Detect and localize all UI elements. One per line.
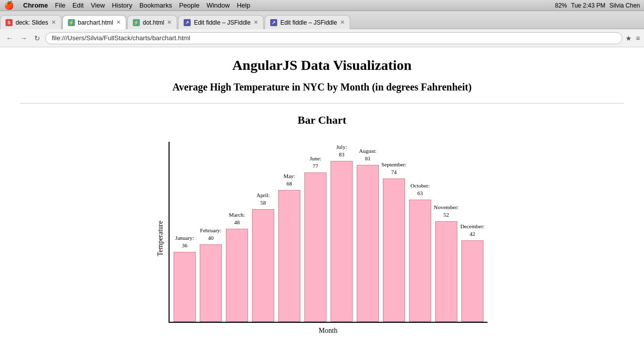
bar-label-august: August:81 [359,147,377,162]
divider [20,103,624,104]
bar-label-february: February:40 [200,227,222,241]
url-input[interactable]: file:///Users/Silvia/FullStack/charts/ba… [45,32,622,44]
tab-label-slides: deck: Slides [16,19,48,26]
bar-label-november: November:52 [434,204,458,218]
battery-indicator: 82% [555,2,567,9]
tab-close-slides[interactable]: ✕ [51,19,56,26]
tab-dot[interactable]: ⚡ dot.html ✕ [127,15,178,29]
page-title: AngularJS Data Visualization [20,57,624,73]
bar-group-may: May:68 [276,161,302,322]
bar-label-june: June:77 [309,155,321,169]
bar-label-march: March:48 [229,211,245,226]
bar-november [435,221,457,322]
tab-label-dot: dot.html [143,19,165,26]
bar-group-june: June:77 [302,161,329,322]
x-axis-label: Month [318,327,337,335]
bar-group-january: January:36 [172,161,198,322]
menubar-right: 82% Tue 2:43 PM Silvia Chen [555,2,640,9]
tab-favicon-slides: S [6,19,13,26]
y-axis-label: Temperature [156,221,165,256]
mac-menubar: 🍎 Chrome File Edit View History Bookmark… [0,0,644,11]
tab-favicon-jsfiddle1: ↗ [184,19,191,26]
apple-menu[interactable]: 🍎 [4,1,14,10]
view-menu[interactable]: View [91,2,105,9]
menu-icon[interactable]: ≡ [636,34,640,42]
bar-group-february: February:40 [198,161,224,322]
history-menu[interactable]: History [112,2,132,9]
bar-june [304,172,327,322]
bar-group-december: December:42 [459,161,486,322]
forward-button[interactable]: → [18,33,29,43]
tab-favicon-dot: ⚡ [133,19,140,26]
tab-label-jsfiddle1: Edit fiddle – JSFiddle [194,19,251,26]
bar-group-october: October:63 [407,161,433,322]
tab-jsfiddle2[interactable]: ↗ Edit fiddle – JSFiddle ✕ [265,15,350,29]
bar-group-july: July:83 [329,161,355,322]
bar-label-september: September:74 [381,161,407,175]
page-subtitle: Average High Temperature in NYC by Month… [20,81,624,93]
bar-label-april: April:58 [257,192,270,206]
address-bar: ← → ↻ file:///Users/Silvia/FullStack/cha… [0,29,644,47]
bookmark-icon[interactable]: ★ [625,34,632,42]
bar-september [383,178,405,322]
bar-august [357,165,379,322]
bookmarks-menu[interactable]: Bookmarks [139,2,172,9]
tab-slides[interactable]: S deck: Slides ✕ [0,15,61,29]
bar-label-october: October:63 [411,182,430,197]
bar-december [461,240,484,322]
edit-menu[interactable]: Edit [72,2,84,9]
bar-july [331,161,353,322]
bar-group-august: August:81 [355,161,381,322]
chart-area: Temperature January:36February:40March:4… [20,142,624,335]
bar-label-may: May:68 [283,172,295,187]
tab-jsfiddle1[interactable]: ↗ Edit fiddle – JSFiddle ✕ [178,15,264,29]
page-content: AngularJS Data Visualization Average Hig… [0,47,644,355]
chrome-menu[interactable]: Chrome [23,2,48,9]
bar-label-january: January:36 [175,234,194,249]
user-name: Silvia Chen [609,2,640,9]
chart-title: Bar Chart [20,114,624,127]
bar-october [409,200,431,322]
reload-button[interactable]: ↻ [32,33,42,43]
bar-april [252,209,274,322]
help-menu[interactable]: Help [237,2,251,9]
tab-label-jsfiddle2: Edit fiddle – JSFiddle [280,19,337,26]
bar-may [278,190,300,322]
file-menu[interactable]: File [55,2,65,9]
tab-favicon-barchart: ⚡ [68,19,75,26]
tab-barchart[interactable]: ⚡ barchart.html ✕ [62,15,126,29]
tab-close-dot[interactable]: ✕ [167,19,172,26]
tab-close-jsfiddle1[interactable]: ✕ [254,19,258,26]
address-bar-actions: ★ ≡ [625,34,640,42]
bar-january [174,252,196,322]
chrome-tabbar: S deck: Slides ✕ ⚡ barchart.html ✕ ⚡ dot… [0,11,644,29]
bar-group-april: April:58 [250,161,276,322]
url-text: file:///Users/Silvia/FullStack/charts/ba… [52,34,190,42]
tab-favicon-jsfiddle2: ↗ [270,19,277,26]
tab-label-barchart: barchart.html [78,19,113,26]
chart-wrapper: January:36February:40March:48April:58May… [169,142,488,335]
tab-close-barchart[interactable]: ✕ [116,19,121,26]
back-button[interactable]: ← [4,33,15,43]
bar-group-march: March:48 [224,161,250,322]
window-menu[interactable]: Window [206,2,229,9]
clock: Tue 2:43 PM [571,2,605,9]
tab-close-jsfiddle2[interactable]: ✕ [340,19,345,26]
bar-february [200,244,222,322]
bar-group-november: November:52 [433,161,459,322]
bar-march [226,229,248,322]
bars-container: January:36February:40March:48April:58May… [169,142,488,323]
bar-label-december: December:42 [460,223,485,237]
people-menu[interactable]: People [179,2,199,9]
bar-label-july: July:83 [336,143,347,158]
bar-group-september: September:74 [381,161,407,322]
